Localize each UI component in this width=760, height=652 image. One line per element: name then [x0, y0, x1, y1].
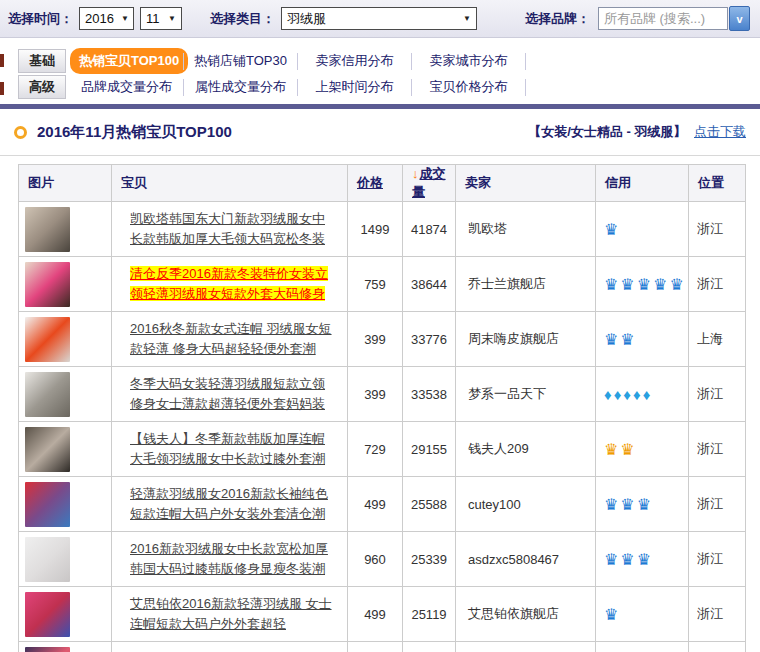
image-cell: [19, 532, 112, 587]
table-row: 【钱夫人】冬季新款韩版加厚连帽大毛领羽绒服女中长款过膝外套潮72929155钱夫…: [19, 422, 746, 477]
category-select[interactable]: 羽绒服 ▼: [281, 7, 477, 30]
tab-hot-shops-top30[interactable]: 热销店铺TOP30: [184, 52, 297, 70]
tab-seller-city-distribution[interactable]: 卖家城市分布: [412, 52, 525, 70]
product-image[interactable]: [25, 592, 70, 637]
credit-cell: [596, 587, 689, 642]
chevron-down-icon: v: [736, 13, 742, 25]
brand-search-input[interactable]: [598, 7, 728, 30]
table-row: 2016秋冬新款女式连帽 羽绒服女短款轻薄 修身大码超轻轻便外套潮3993377…: [19, 312, 746, 367]
item-cell: 清仓反季2016新款冬装特价女装立领轻薄羽绒服女短款外套大码修身: [112, 257, 348, 312]
year-select[interactable]: 2016 ▼: [79, 7, 134, 30]
sales-cell: 33538: [403, 367, 456, 422]
product-title-link[interactable]: 2016秋冬新款女式连帽 羽绒服女短款轻薄 修身大码超轻轻便外套潮: [130, 321, 332, 356]
price-cell: 759: [348, 257, 403, 312]
section-bullet-icon: [14, 126, 27, 139]
table-row: 冬季大码女装轻薄羽绒服短款立领修身女士薄款超薄轻便外套妈妈装39933538梦系…: [19, 367, 746, 422]
product-title-link[interactable]: 凯欧塔韩国东大门新款羽绒服女中长款韩版加厚大毛领大码宽松冬装: [130, 211, 325, 246]
item-cell: 2016秋冬新款女式连帽 羽绒服女短款轻薄 修身大码超轻轻便外套潮: [112, 312, 348, 367]
edge-artifact: [0, 82, 4, 95]
blue-crown-icon: [604, 221, 618, 238]
product-title-link[interactable]: 清仓反季2016新款冬装特价女装立领轻薄羽绒服女短款外套大码修身: [130, 266, 328, 301]
blue-crown-icon: [669, 276, 683, 293]
blue-crown-icon: [604, 276, 618, 293]
product-image[interactable]: [25, 482, 70, 527]
product-title-link[interactable]: 轻薄款羽绒服女2016新款长袖纯色短款连帽大码户外女装外套清仓潮: [130, 486, 328, 521]
product-image[interactable]: [25, 262, 70, 307]
table-row: 2016新款羽绒服女中长款宽松加厚韩国大码过膝韩版修身显瘦冬装潮96025339…: [19, 532, 746, 587]
blue-diamond-icon: [623, 386, 631, 403]
col-header-price[interactable]: 价格: [348, 165, 403, 202]
item-cell: 茄田2016新款韩版修身轻薄反季清仓羽绒服女短款连: [112, 642, 348, 652]
tab-brand-volume-distribution[interactable]: 品牌成交量分布: [70, 78, 183, 96]
item-cell: 2016新款羽绒服女中长款宽松加厚韩国大码过膝韩版修身显瘦冬装潮: [112, 532, 348, 587]
blue-diamond-icon: [643, 386, 651, 403]
month-select[interactable]: 11 ▼: [140, 7, 182, 30]
brand-dropdown-button[interactable]: v: [729, 6, 750, 31]
blue-crown-icon: [604, 606, 618, 623]
sales-cell: 25339: [403, 532, 456, 587]
top100-table: 图片 宝贝 价格 ↓成交量 卖家 信用 位置 凯欧塔韩国东大门新款羽绒服女中长款…: [18, 164, 746, 652]
price-cell: 1499: [348, 202, 403, 257]
caret-down-icon: ▼: [463, 14, 471, 23]
tab-attribute-volume-distribution[interactable]: 属性成交量分布: [184, 78, 297, 96]
tab-hot-items-top100[interactable]: 热销宝贝TOP100: [70, 48, 183, 74]
price-cell: 499: [348, 477, 403, 532]
image-cell: [19, 312, 112, 367]
table-row: 凯欧塔韩国东大门新款羽绒服女中长款韩版加厚大毛领大码宽松冬装149941874凯…: [19, 202, 746, 257]
caret-down-icon: ▼: [168, 14, 176, 23]
product-image[interactable]: [25, 647, 70, 652]
month-select-value: 11: [146, 11, 160, 26]
item-cell: 冬季大码女装轻薄羽绒服短款立领修身女士薄款超薄轻便外套妈妈装: [112, 367, 348, 422]
image-cell: [19, 202, 112, 257]
product-title-link[interactable]: 冬季大码女装轻薄羽绒服短款立领修身女士薄款超薄轻便外套妈妈装: [130, 376, 325, 411]
seller-cell: 周末嗨皮旗舰店: [456, 312, 596, 367]
credit-cell: [596, 477, 689, 532]
category-breadcrumb: 【女装/女士精品 - 羽绒服】: [528, 124, 686, 139]
col-header-image: 图片: [19, 165, 112, 202]
category-filter-label: 选择类目：: [210, 10, 275, 28]
product-image[interactable]: [25, 427, 70, 472]
col-header-item: 宝贝: [112, 165, 348, 202]
download-link[interactable]: 点击下载: [694, 124, 746, 139]
credit-cell: [596, 532, 689, 587]
category-select-value: 羽绒服: [287, 10, 326, 28]
time-filter-label: 选择时间：: [8, 10, 73, 28]
sales-cell: 25119: [403, 587, 456, 642]
price-cell: [348, 642, 403, 652]
blue-crown-icon: [604, 331, 618, 348]
sales-cell: 41874: [403, 202, 456, 257]
col-header-sales[interactable]: ↓成交量: [403, 165, 456, 202]
table-row: 艾思铂依2016新款轻薄羽绒服 女士连帽短款大码户外外套超轻49925119艾思…: [19, 587, 746, 642]
product-table-body: 凯欧塔韩国东大门新款羽绒服女中长款韩版加厚大毛领大码宽松冬装149941874凯…: [19, 202, 746, 652]
blue-crown-icon: [620, 496, 634, 513]
product-image[interactable]: [25, 537, 70, 582]
filter-bar: 选择时间： 2016 ▼ 11 ▼ 选择类目： 羽绒服 ▼ 选择品牌： v: [0, 0, 760, 38]
blue-crown-icon: [620, 551, 634, 568]
location-cell: 浙江: [689, 422, 746, 477]
product-title-link[interactable]: 【钱夫人】冬季新款韩版加厚连帽大毛领羽绒服女中长款过膝外套潮: [130, 431, 325, 466]
image-cell: [19, 642, 112, 652]
tab-item-price-distribution[interactable]: 宝贝价格分布: [412, 78, 525, 96]
blue-diamond-icon: [633, 386, 641, 403]
tab-listing-time-distribution[interactable]: 上架时间分布: [298, 78, 411, 96]
price-cell: 499: [348, 587, 403, 642]
location-cell: 浙江: [689, 202, 746, 257]
location-cell: 上海: [689, 312, 746, 367]
tab-seller-credit-distribution[interactable]: 卖家信用分布: [298, 52, 411, 70]
image-cell: [19, 587, 112, 642]
col-header-credit: 信用: [596, 165, 689, 202]
blue-crown-icon: [620, 276, 634, 293]
product-image[interactable]: [25, 317, 70, 362]
product-title-link[interactable]: 2016新款羽绒服女中长款宽松加厚韩国大码过膝韩版修身显瘦冬装潮: [130, 541, 328, 576]
table-row: 轻薄款羽绒服女2016新款长袖纯色短款连帽大码户外女装外套清仓潮49925588…: [19, 477, 746, 532]
image-cell: [19, 367, 112, 422]
product-title-link[interactable]: 艾思铂依2016新款轻薄羽绒服 女士连帽短款大码户外外套超轻: [130, 596, 332, 631]
caret-down-icon: ▼: [121, 14, 129, 23]
price-cell: 729: [348, 422, 403, 477]
seller-cell: asdzxc5808467: [456, 532, 596, 587]
col-header-seller: 卖家: [456, 165, 596, 202]
image-cell: [19, 257, 112, 312]
product-image[interactable]: [25, 372, 70, 417]
table-row: 清仓反季2016新款冬装特价女装立领轻薄羽绒服女短款外套大码修身75938644…: [19, 257, 746, 312]
product-image[interactable]: [25, 207, 70, 252]
